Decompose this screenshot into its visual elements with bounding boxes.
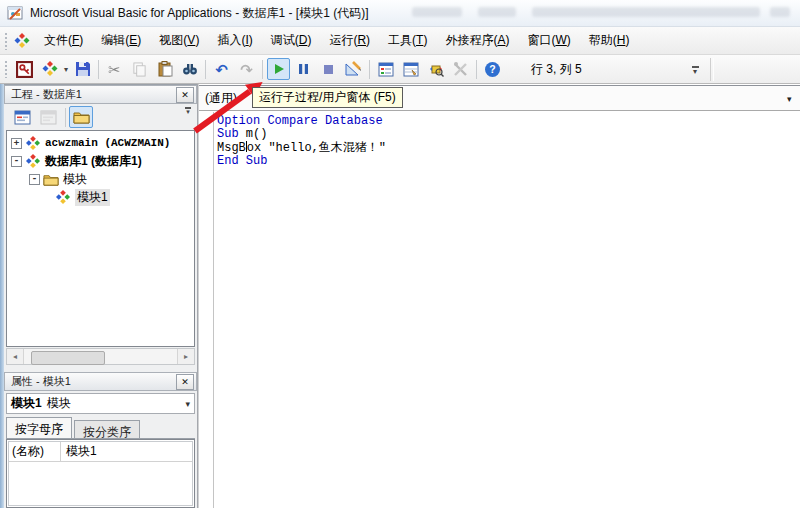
title-ghost-blur: [770, 7, 790, 17]
properties-panel-title: 属性 - 模块1: [11, 374, 71, 389]
project-toolbar-options-icon[interactable]: ▾: [182, 107, 194, 114]
vba-editor-window: Microsoft Visual Basic for Applications …: [0, 0, 800, 508]
tree-item-label: 模块1: [75, 189, 110, 206]
view-code-icon[interactable]: [10, 106, 34, 128]
combo-dropdown-icon[interactable]: ▾: [185, 399, 190, 409]
save-icon[interactable]: [71, 58, 94, 80]
project-panel-title: 工程 - 数据库1: [11, 87, 82, 102]
design-mode-icon[interactable]: [342, 58, 365, 80]
project-tree: + acwzmain (ACWZMAIN) - 数据库1 (数据库1) - 模块: [6, 130, 195, 347]
expand-icon[interactable]: +: [11, 138, 22, 149]
vba-app-icon: [7, 5, 24, 21]
copy-icon[interactable]: [128, 58, 151, 80]
window-title: Microsoft Visual Basic for Applications …: [30, 5, 369, 22]
cursor-position-status: 行 3, 列 5: [531, 61, 582, 78]
properties-close-icon[interactable]: ✕: [176, 374, 194, 390]
reset-icon[interactable]: [317, 58, 340, 80]
object-selector-combo[interactable]: 模块1 模块 ▾: [6, 393, 195, 414]
find-icon[interactable]: [178, 58, 201, 80]
menu-help[interactable]: 帮助(H): [580, 27, 639, 54]
property-row[interactable]: (名称) 模块1: [9, 442, 192, 462]
insert-dropdown-icon[interactable]: ▾: [64, 65, 68, 74]
tree-item-acwzmain[interactable]: + acwzmain (ACWZMAIN): [7, 134, 194, 152]
run-sub-icon[interactable]: [267, 58, 290, 80]
break-icon[interactable]: [292, 58, 315, 80]
project-close-icon[interactable]: ✕: [176, 87, 194, 103]
code-line-2: Sub m(): [217, 128, 386, 141]
properties-panel-header: 属性 - 模块1 ✕: [4, 372, 197, 391]
tree-item-label: 数据库1 (数据库1): [45, 153, 142, 170]
run-button-tooltip: 运行子过程/用户窗体 (F5): [252, 87, 403, 108]
project-explorer-icon[interactable]: [374, 58, 397, 80]
procedure-dropdown-icon[interactable]: ▾: [787, 94, 792, 104]
selected-object-type: 模块: [47, 395, 71, 412]
selected-object-name: 模块1: [11, 395, 42, 412]
toolbar-end-ridge: [710, 58, 714, 81]
code-editor[interactable]: Option Compare Database Sub m() MsgBox "…: [199, 112, 800, 508]
tree-item-database1[interactable]: - 数据库1 (数据库1): [7, 152, 194, 170]
tree-item-label: 模块: [63, 171, 87, 188]
vba-project-icon: [25, 136, 41, 151]
view-object-icon[interactable]: [36, 106, 60, 128]
menu-tools[interactable]: 工具(T): [379, 27, 436, 54]
menu-file[interactable]: 文件(F): [35, 27, 92, 54]
property-name: (名称): [9, 442, 61, 461]
standard-toolbar: ▾ ✂: [0, 55, 800, 84]
scrollbar-thumb[interactable]: [31, 351, 105, 365]
menu-debug[interactable]: 调试(D): [262, 27, 321, 54]
code-text: Option Compare Database Sub m() MsgBox "…: [217, 115, 386, 168]
menu-view[interactable]: 视图(V): [150, 27, 208, 54]
svg-text:?: ?: [489, 63, 495, 75]
title-ghost-blur: [478, 7, 516, 17]
project-panel-header: 工程 - 数据库1 ✕: [4, 85, 197, 104]
properties-window-icon[interactable]: [399, 58, 422, 80]
vba-project-icon: [25, 154, 41, 169]
toolbox-icon[interactable]: [449, 58, 472, 80]
title-ghost-blur: [532, 7, 760, 17]
toolbar-separator: [262, 60, 263, 79]
menu-insert[interactable]: 插入(I): [208, 27, 261, 54]
collapse-icon[interactable]: -: [11, 156, 22, 167]
code-line-4: End Sub: [217, 155, 386, 168]
tab-categorized[interactable]: 按分类序: [74, 420, 140, 438]
paste-icon[interactable]: [153, 58, 176, 80]
module-icon: [55, 190, 71, 205]
cut-icon[interactable]: ✂: [103, 58, 126, 80]
object-browser-icon[interactable]: [424, 58, 447, 80]
undo-icon[interactable]: ↶: [210, 58, 233, 80]
toolbar-separator: [98, 60, 99, 79]
tab-alphabetic[interactable]: 按字母序: [6, 417, 72, 438]
insert-userform-icon[interactable]: [38, 58, 61, 80]
open-folder-icon: [43, 172, 59, 187]
toggle-folders-icon[interactable]: [69, 106, 93, 128]
menu-edit[interactable]: 编辑(E): [92, 27, 150, 54]
toolbar-grip[interactable]: [4, 60, 8, 78]
collapse-icon[interactable]: -: [29, 174, 40, 185]
menu-bar: 文件(F) 编辑(E) 视图(V) 插入(I) 调试(D) 运行(R) 工具(T…: [0, 27, 800, 55]
title-bar: Microsoft Visual Basic for Applications …: [0, 0, 800, 27]
toolbar-options-icon[interactable]: ▾: [688, 60, 702, 80]
help-icon[interactable]: ?: [481, 58, 504, 80]
properties-grid: (名称) 模块1: [6, 439, 195, 508]
title-ghost-blur: [412, 7, 462, 17]
tree-item-label: acwzmain (ACWZMAIN): [45, 137, 170, 149]
properties-tabs: 按字母序 按分类序: [6, 417, 195, 439]
scroll-right-icon[interactable]: ▸: [177, 349, 194, 364]
tree-item-modules-folder[interactable]: - 模块: [7, 170, 194, 188]
code-margin-bar[interactable]: [199, 112, 214, 508]
code-line-3: MsgBox "hello,鱼木混猪！": [217, 141, 386, 155]
project-tree-hscrollbar[interactable]: ◂ ▸: [6, 348, 195, 365]
toolbar-separator: [369, 60, 370, 79]
object-dropdown[interactable]: (通用): [205, 90, 237, 107]
property-value[interactable]: 模块1: [61, 443, 97, 460]
redo-icon[interactable]: ↷: [235, 58, 258, 80]
toolbar-separator: [205, 60, 206, 79]
menu-grip[interactable]: [4, 32, 8, 50]
menu-addins[interactable]: 外接程序(A): [436, 27, 518, 54]
menu-window[interactable]: 窗口(W): [518, 27, 579, 54]
scroll-left-icon[interactable]: ◂: [7, 349, 24, 364]
vba-diamonds-icon: [14, 33, 30, 49]
view-access-icon[interactable]: [13, 58, 36, 80]
tree-item-module1[interactable]: 模块1: [7, 188, 194, 206]
menu-run[interactable]: 运行(R): [320, 27, 379, 54]
